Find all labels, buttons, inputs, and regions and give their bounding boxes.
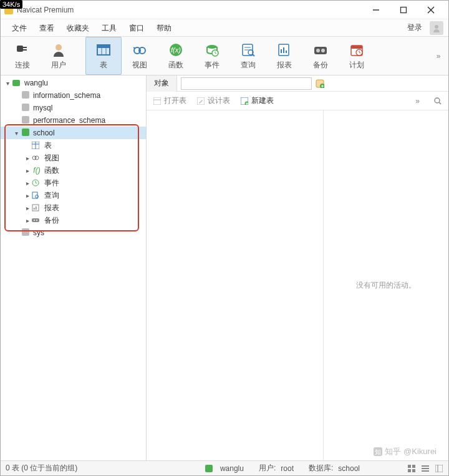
menu-fav[interactable]: 收藏夹 — [60, 19, 95, 37]
tb-query-label: 查询 — [241, 60, 256, 70]
svg-point-55 — [36, 220, 37, 221]
status-db-label: 数据库: — [309, 463, 333, 474]
tree-db-info-label: information_schema — [33, 91, 100, 100]
svg-rect-75 — [422, 470, 429, 472]
design-table-label: 设计表 — [208, 95, 230, 106]
view-grid-icon[interactable] — [407, 464, 416, 473]
close-button[interactable] — [417, 1, 445, 19]
tree-school-funcs[interactable]: ▸ f() 函数 — [1, 164, 146, 177]
add-tab-icon[interactable] — [314, 78, 326, 89]
toolbar-overflow-button[interactable]: » — [432, 37, 445, 75]
tree-db-perf-label: performance_schema — [33, 116, 105, 125]
titlebar: Navicat Premium — [1, 1, 448, 19]
tb-connect[interactable]: 连接 — [4, 37, 41, 75]
tree-db-sys-label: sys — [33, 228, 44, 237]
object-search-input[interactable] — [181, 77, 312, 90]
tb-user-label: 用户 — [51, 60, 66, 70]
svg-rect-51 — [34, 208, 35, 210]
function-icon: f(x) — [167, 41, 185, 59]
open-table-icon — [153, 97, 162, 105]
tb-backup[interactable]: 备份 — [302, 37, 339, 75]
tree-db-info[interactable]: information_schema — [1, 89, 146, 102]
chevron-down-icon[interactable]: ▾ — [12, 130, 21, 137]
chevron-down-icon[interactable]: ▾ — [3, 80, 12, 87]
tree-school-reports[interactable]: ▸ 报表 — [1, 202, 146, 214]
status-left: 0 表 (0 位于当前的组) — [6, 463, 77, 474]
tb-query[interactable]: 查询 — [230, 37, 266, 75]
chevron-right-icon[interactable]: ▸ — [23, 192, 32, 199]
open-table-label: 打开表 — [164, 95, 186, 106]
menu-file[interactable]: 文件 — [6, 19, 33, 37]
tb-table[interactable]: 表 — [85, 37, 122, 75]
new-table-label: 新建表 — [251, 95, 274, 106]
statusbar: 0 表 (0 位于当前的组) wanglu 用户: root 数据库: scho… — [1, 460, 448, 475]
chevron-right-icon[interactable]: ▸ — [23, 217, 32, 224]
svg-point-8 — [56, 44, 62, 51]
report-icon — [32, 204, 42, 211]
new-table-icon — [240, 97, 249, 105]
chevron-right-icon[interactable]: ▸ — [23, 167, 32, 174]
tree-db-school[interactable]: ▾ school — [1, 127, 146, 139]
menubar: 文件 查看 收藏夹 工具 窗口 帮助 登录 — [1, 19, 448, 37]
tb-event[interactable]: 事件 — [194, 37, 230, 75]
svg-rect-70 — [412, 465, 415, 468]
tree-connection[interactable]: ▾ wanglu — [1, 77, 146, 89]
view-detail-icon[interactable] — [435, 464, 443, 473]
open-table-button[interactable]: 打开表 — [153, 95, 186, 106]
tree-school-events-label: 事件 — [44, 178, 59, 188]
tree-db-perf[interactable]: performance_schema — [1, 114, 146, 127]
tree-db-mysql[interactable]: mysql — [1, 102, 146, 114]
status-user-label: 用户: — [259, 463, 276, 474]
svg-rect-5 — [17, 46, 23, 52]
tb-function[interactable]: f(x) 函数 — [158, 37, 194, 75]
event-icon — [32, 179, 42, 187]
svg-rect-7 — [23, 49, 27, 51]
maximize-button[interactable] — [390, 1, 417, 19]
tb-view-label: 视图 — [132, 60, 147, 70]
tb-user[interactable]: 用户 — [41, 37, 77, 75]
tree-db-mysql-label: mysql — [33, 104, 52, 112]
svg-rect-28 — [281, 49, 282, 53]
svg-text:f(x): f(x) — [171, 46, 181, 54]
tree-school-backups[interactable]: ▸ 备份 — [1, 214, 146, 226]
plug-icon — [14, 41, 31, 59]
tree-school-views[interactable]: ▸ 视图 — [1, 152, 146, 164]
tb-schedule-label: 计划 — [349, 60, 364, 70]
chevron-right-icon[interactable]: ▸ — [23, 155, 32, 162]
chevron-right-icon[interactable]: ▸ — [23, 205, 32, 211]
design-table-button[interactable]: 设计表 — [196, 95, 230, 106]
view-list-icon[interactable] — [421, 464, 430, 473]
design-table-icon — [196, 97, 205, 105]
menu-help[interactable]: 帮助 — [150, 19, 178, 37]
tree-school-queries[interactable]: ▸ 查询 — [1, 189, 146, 202]
tb-report[interactable]: 报表 — [266, 37, 302, 75]
view-icon — [32, 154, 42, 162]
menu-window[interactable]: 窗口 — [123, 19, 150, 37]
menu-tools[interactable]: 工具 — [95, 19, 123, 37]
svg-rect-10 — [97, 45, 110, 48]
tb-view[interactable]: 视图 — [122, 37, 158, 75]
activity-panel: 没有可用的活动。 — [324, 110, 448, 460]
tree-school-tables[interactable]: 表 — [1, 139, 146, 152]
tree-school-events[interactable]: ▸ 事件 — [1, 177, 146, 189]
minimize-button[interactable] — [362, 1, 390, 19]
search-icon[interactable] — [433, 97, 442, 105]
avatar-icon[interactable] — [430, 21, 443, 35]
table-icon — [32, 142, 42, 149]
tb-schedule[interactable]: 计划 — [339, 37, 375, 75]
svg-point-32 — [316, 49, 320, 52]
backup-icon — [32, 216, 42, 224]
actions-overflow-button[interactable]: » — [415, 97, 418, 105]
menu-view[interactable]: 查看 — [33, 19, 60, 37]
view-icon — [131, 41, 148, 59]
tree-connection-label: wanglu — [24, 79, 48, 87]
new-table-button[interactable]: 新建表 — [240, 95, 274, 106]
tree-school-reports-label: 报表 — [44, 203, 59, 213]
svg-rect-76 — [435, 465, 443, 472]
object-tab[interactable]: 对象 — [147, 75, 177, 92]
login-link[interactable]: 登录 — [402, 22, 427, 33]
svg-line-26 — [253, 54, 254, 56]
chevron-right-icon[interactable]: ▸ — [23, 180, 32, 187]
svg-rect-29 — [283, 47, 284, 53]
tree-db-sys[interactable]: sys — [1, 226, 146, 239]
